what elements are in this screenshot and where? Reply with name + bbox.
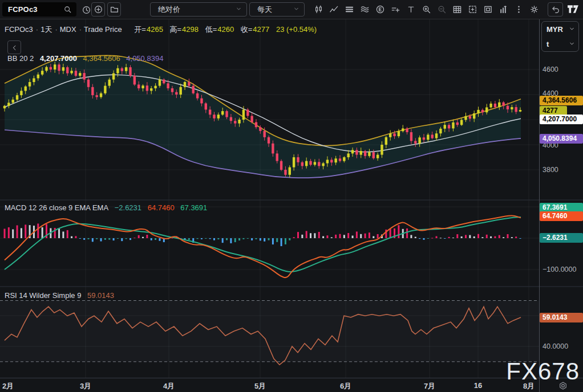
candle bbox=[133, 76, 136, 84]
zoom-out-icon[interactable] bbox=[435, 2, 448, 17]
candle bbox=[301, 162, 303, 166]
candle bbox=[184, 82, 186, 87]
macd-hist-bar bbox=[197, 238, 199, 239]
candle bbox=[70, 71, 72, 73]
macd-hist-bar bbox=[251, 238, 253, 240]
candle bbox=[200, 99, 203, 104]
candle bbox=[427, 134, 429, 140]
macd-signal-tag: 67.3691 bbox=[540, 203, 583, 213]
candle bbox=[104, 86, 106, 93]
candle bbox=[192, 86, 195, 93]
candle bbox=[289, 168, 291, 175]
bb-name: BB 20 2 bbox=[7, 54, 34, 63]
close-value: 4277 bbox=[253, 25, 269, 34]
time-axis-label: 4月 bbox=[163, 381, 175, 391]
macd-hist-bar bbox=[440, 238, 442, 238]
macd-hist-bar bbox=[297, 232, 299, 238]
macd-hist-bar bbox=[477, 234, 479, 238]
table-icon[interactable] bbox=[450, 2, 464, 17]
high-value: 4298 bbox=[182, 25, 199, 34]
candle bbox=[62, 67, 64, 71]
candle bbox=[66, 67, 68, 74]
compare-layers-icon[interactable] bbox=[342, 2, 356, 17]
snapshot-icon[interactable] bbox=[465, 2, 479, 17]
settings-gear-icon[interactable] bbox=[527, 2, 541, 17]
panel-icon[interactable] bbox=[481, 2, 495, 17]
macd-line-tag: 64.7460 bbox=[540, 211, 583, 221]
tradingview-logo-icon[interactable] bbox=[566, 3, 580, 15]
macd-hist-bar bbox=[473, 236, 475, 238]
text-tool-icon[interactable] bbox=[404, 2, 418, 17]
more-options-icon[interactable] bbox=[512, 2, 525, 17]
candle bbox=[322, 164, 324, 166]
candle bbox=[318, 162, 320, 166]
candlestick-style-icon[interactable] bbox=[311, 2, 325, 17]
zoom-in-icon[interactable] bbox=[419, 2, 433, 17]
candle bbox=[343, 157, 345, 161]
events-icon[interactable] bbox=[373, 2, 387, 17]
candle bbox=[121, 68, 123, 71]
macd-hist-bar bbox=[369, 232, 370, 238]
indicators-icon[interactable] bbox=[327, 2, 341, 17]
macd-indicator-legend[interactable]: MACD 12 26 close 9 EMA EMA −2.6231 64.74… bbox=[5, 203, 211, 212]
candle bbox=[418, 137, 420, 144]
rsi-indicator-legend[interactable]: RSI 14 Wilder Simple 9 59.0143 bbox=[5, 291, 118, 300]
unit-dropdown[interactable]: t bbox=[542, 36, 578, 51]
macd-hist-bar bbox=[515, 236, 517, 238]
macd-hist-bar bbox=[129, 238, 131, 240]
macd-hist-bar bbox=[490, 236, 492, 238]
time-axis-label: 2月 bbox=[2, 381, 14, 391]
macd-hist-bar bbox=[507, 234, 509, 238]
candle bbox=[448, 125, 450, 128]
macd-hist-bar bbox=[326, 235, 328, 238]
candle bbox=[444, 125, 446, 129]
macd-hist-bar bbox=[310, 233, 311, 238]
candle bbox=[180, 87, 182, 95]
folder-icon[interactable] bbox=[107, 2, 121, 17]
top-toolbar: FCPOc3 绝对价 每天 bbox=[0, 0, 583, 19]
macd-hist-bar bbox=[503, 237, 504, 238]
macd-signal-value: 67.3691 bbox=[180, 203, 207, 212]
macd-hist-bar bbox=[452, 238, 454, 238]
candle bbox=[456, 122, 459, 125]
candle bbox=[250, 116, 253, 122]
symbol-search-box[interactable]: FCPOc3 bbox=[2, 2, 76, 17]
candle bbox=[259, 127, 261, 131]
candle bbox=[234, 121, 236, 123]
candle bbox=[498, 103, 500, 107]
macd-hist-bar bbox=[142, 237, 144, 238]
collapse-panel-button[interactable] bbox=[7, 40, 21, 54]
price-type-dropdown[interactable]: 绝对价 bbox=[150, 2, 247, 17]
undo-icon[interactable] bbox=[548, 2, 563, 17]
macd-hist-bar bbox=[242, 238, 244, 239]
candle bbox=[141, 85, 144, 88]
macd-hist-bar bbox=[234, 238, 236, 242]
candle bbox=[167, 83, 169, 88]
price-line-tool-icon[interactable] bbox=[388, 2, 402, 17]
macd-hist-value: −2.6231 bbox=[115, 203, 141, 212]
symbol-name[interactable]: FCPOc3 bbox=[5, 25, 33, 34]
macd-hist-bar bbox=[117, 238, 119, 239]
macd-hist-bar bbox=[213, 238, 215, 240]
currency-dropdown[interactable]: MYR bbox=[542, 22, 578, 36]
macd-hist-bar bbox=[293, 237, 295, 238]
macd-hist-bar bbox=[222, 238, 224, 243]
candle bbox=[29, 82, 31, 87]
candle bbox=[519, 110, 521, 112]
macd-hist-bar bbox=[138, 235, 140, 238]
macd-line-value: 64.7460 bbox=[148, 203, 175, 212]
waves-icon[interactable] bbox=[358, 2, 371, 17]
candle bbox=[230, 117, 232, 121]
bb-indicator-legend[interactable]: BB 20 2 4,207.7000 4,364.5606 4,050.8394 bbox=[7, 54, 167, 63]
time-axis[interactable]: 2月3月4月5月6月7月168月 bbox=[0, 378, 583, 392]
interval-dropdown[interactable]: 每天 bbox=[249, 2, 305, 17]
macd-hist-bar bbox=[423, 238, 425, 240]
candle bbox=[293, 157, 295, 168]
bar-replay-icon[interactable] bbox=[496, 2, 510, 17]
macd-hist-bar bbox=[427, 238, 429, 239]
macd-hist-bar bbox=[151, 238, 152, 240]
macd-hist-bar bbox=[343, 235, 345, 238]
chevron-down-icon bbox=[569, 40, 575, 48]
candle bbox=[264, 131, 266, 137]
add-circle-icon[interactable] bbox=[91, 2, 105, 17]
